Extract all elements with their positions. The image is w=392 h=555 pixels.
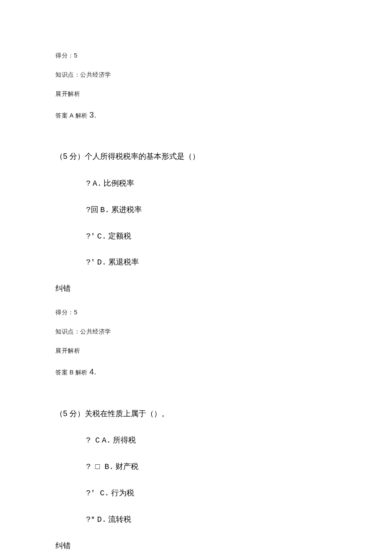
score-value: 5 xyxy=(74,52,78,59)
option-text: 定额税 xyxy=(108,232,131,240)
option-letter: A. xyxy=(92,179,102,188)
q3-stem: （5 分）个人所得税税率的基本形式是（） xyxy=(55,150,337,163)
q3-option-c[interactable]: ?' C. 定额税 xyxy=(55,230,337,243)
knowledge-value: 公共经济学 xyxy=(80,72,111,78)
q2-expand-link[interactable]: 展开解析 xyxy=(55,90,337,98)
q4-option-b[interactable]: ? □ B. 财产税 xyxy=(55,460,337,473)
q3-expand-link[interactable]: 展开解析 xyxy=(55,347,337,355)
option-letter: A. xyxy=(102,436,111,445)
option-marker: ? xyxy=(86,179,91,188)
points-label: （5 分） xyxy=(55,409,85,418)
q3-score-line: 得分：5 xyxy=(55,308,337,317)
option-text: 流转税 xyxy=(108,515,131,523)
q4-correct-link[interactable]: 纠错 xyxy=(55,541,337,551)
q3-answer-line: 答案 B 解析 4. xyxy=(55,366,337,378)
q3-option-d[interactable]: ?' D. 累退税率 xyxy=(55,256,337,269)
stem-text: 个人所得税税率的基本形式是（） xyxy=(85,152,200,161)
answer-letter: B xyxy=(69,369,74,376)
q2-score-line: 得分：5 xyxy=(55,51,337,60)
answer-prefix: 答案 xyxy=(55,369,68,376)
q4-option-a[interactable]: ? C A. 所得税 xyxy=(55,434,337,447)
q4-option-d[interactable]: ?* D. 流转税 xyxy=(55,513,337,526)
points-label: （5 分） xyxy=(55,152,85,161)
knowledge-value: 公共经济学 xyxy=(80,328,111,335)
option-letter: B. xyxy=(100,206,110,214)
expand-label: 展开解析 xyxy=(55,348,80,354)
score-value: 5 xyxy=(74,309,78,316)
option-letter: C. xyxy=(97,232,107,241)
option-marker: ?' xyxy=(86,232,95,241)
next-question-number: 3. xyxy=(89,110,97,119)
q3-options: ? A. 比例税率 ?回 B. 累进税率 ?' C. 定额税 ?' D. 累退税… xyxy=(55,177,337,269)
q4-option-c[interactable]: ?' C. 行为税 xyxy=(55,487,337,500)
score-label: 得分： xyxy=(55,309,74,316)
option-marker: ? □ xyxy=(86,463,104,471)
answer-letter: A xyxy=(69,112,74,119)
option-marker: ?回 xyxy=(86,206,98,214)
answer-prefix: 答案 xyxy=(55,112,68,119)
correct-link-label: 纠错 xyxy=(55,284,71,293)
q3-option-a[interactable]: ? A. 比例税率 xyxy=(55,177,337,190)
option-marker: ?' xyxy=(86,489,100,497)
option-text: 财产税 xyxy=(115,462,138,471)
expand-label: 展开解析 xyxy=(55,91,80,97)
answer-suffix: 解析 xyxy=(75,112,88,119)
option-letter: D. xyxy=(97,258,107,267)
q4-options: ? C A. 所得税 ? □ B. 财产税 ?' C. 行为税 ?* D. 流转… xyxy=(55,434,337,526)
option-text: 累退税率 xyxy=(108,258,139,266)
option-letter: C. xyxy=(100,489,109,497)
knowledge-label: 知识点： xyxy=(55,328,80,335)
answer-suffix: 解析 xyxy=(75,369,88,376)
option-marker: ?' xyxy=(86,258,95,267)
option-text: 行为税 xyxy=(111,489,134,497)
option-text: 累进税率 xyxy=(111,205,142,214)
option-text: 所得税 xyxy=(113,436,136,444)
next-question-number: 4. xyxy=(89,367,97,376)
stem-text: 关税在性质上属于（）。 xyxy=(85,409,169,418)
q3-correct-link[interactable]: 纠错 xyxy=(55,283,337,293)
q3-option-b[interactable]: ?回 B. 累进税率 xyxy=(55,204,337,216)
option-letter: D. xyxy=(97,515,107,524)
score-label: 得分： xyxy=(55,52,74,59)
option-text: 比例税率 xyxy=(104,179,134,187)
q4-stem: （5 分）关税在性质上属于（）。 xyxy=(55,408,337,420)
q2-answer-line: 答案 A 解析 3. xyxy=(55,109,337,121)
knowledge-label: 知识点： xyxy=(55,72,80,78)
correct-link-label: 纠错 xyxy=(55,541,71,550)
option-letter: B. xyxy=(104,463,114,471)
option-marker: ? C xyxy=(86,436,100,445)
option-marker: ?* xyxy=(86,515,95,524)
q2-knowledge-line: 知识点：公共经济学 xyxy=(55,71,337,79)
q3-knowledge-line: 知识点：公共经济学 xyxy=(55,328,337,336)
